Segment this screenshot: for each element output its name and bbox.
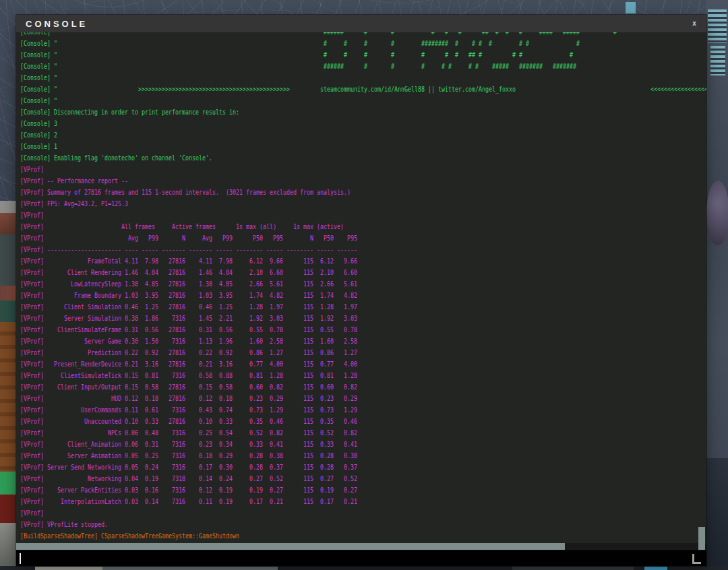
background-scene-bottom [0, 566, 728, 570]
background-scene-left [0, 0, 16, 570]
console-line: [Console] 3 [20, 118, 706, 129]
console-line: [VProf] Server Send Networking 0.05 0.24… [20, 462, 706, 473]
close-icon[interactable]: x [690, 19, 698, 28]
console-line: [VProf] Avg P99 N Avg P99 P50 P95 N P50 … [20, 232, 706, 244]
console-output[interactable]: [Console] " ###### # # # # # ## # # # ##… [16, 32, 706, 543]
console-input[interactable] [16, 550, 706, 566]
console-line: [VProf] HUD 0.12 0.18 27816 0.12 0.18 0.… [20, 393, 706, 404]
console-log: [Console] " ###### # # # # # ## # # # ##… [20, 32, 706, 542]
resize-grip[interactable] [692, 554, 701, 564]
console-line: [Console] " # # # # ######## # # # # # #… [20, 38, 706, 49]
console-line: [VProf] ---------------------- ---- ----… [20, 244, 706, 255]
console-line: [VProf] InterpolationLatch 0.03 0.14 731… [20, 496, 706, 507]
console-line: [VProf] Client_Animation 0.06 0.31 7316 … [20, 439, 706, 450]
background-sphere [706, 181, 728, 245]
background-cyan-chip [644, 567, 667, 570]
console-line: [VProf] FrameTotal 4.11 7.98 27816 4.11 … [20, 255, 706, 267]
console-line: [VProf] [20, 164, 706, 175]
background-scene-right [706, 0, 728, 570]
horizontal-scrollbar[interactable] [16, 543, 706, 550]
console-line: [Console] " ###### # # # # # ## # # # ##… [20, 32, 706, 38]
console-line: [VProf] [20, 210, 706, 221]
console-line: [VProf] Server PackEntities 0.03 0.16 73… [20, 484, 706, 496]
console-line: [VProf] -- Performance report -- [20, 175, 706, 187]
console-line: [Console] " # # # # # # # ## # # # # [20, 49, 706, 61]
screen: { "window": { "title": "CONSOLE", "close… [0, 0, 728, 570]
background-panel [708, 9, 727, 43]
console-line: [VProf] Prediction 0.22 0.92 27816 0.22 … [20, 347, 706, 358]
console-line: [VProf] Server Game 0.30 1.50 7316 1.13 … [20, 336, 706, 347]
console-line: [Console] " [20, 72, 706, 84]
console-line: [VProf] FPS: Avg=243.2, P1=125.3 [20, 198, 706, 210]
console-line: [Console] " [20, 95, 706, 106]
horizontal-scrollbar-thumb[interactable] [16, 543, 565, 550]
console-line: [VProf] NPCs 0.06 0.48 7316 0.25 0.54 0.… [20, 427, 706, 439]
console-line: [Console] Enabling flag 'donotecho' on c… [20, 152, 706, 164]
console-title: CONSOLE [26, 19, 88, 29]
console-line: [Console] Disconnecting in order to prin… [20, 106, 706, 118]
console-line: [VProf] LowLatencySleep 1.38 4.85 27816 … [20, 278, 706, 290]
console-line: [VProf] ClientSimulateTick 0.15 0.81 731… [20, 370, 706, 381]
console-line: [VProf] Client Rendering 1.46 4.04 27816… [20, 267, 706, 278]
console-line: [VProf] Client Simulation 0.46 1.25 2781… [20, 301, 706, 313]
console-line: [VProf] All frames Active frames 1s max … [20, 221, 706, 232]
console-line: [VProf] Frame Boundary 1.03 3.95 27816 1… [20, 290, 706, 301]
console-line: [VProf] Client Input/Output 0.15 0.58 27… [20, 381, 706, 393]
console-line: [VProf] Networking 0.04 0.19 7318 0.14 0… [20, 473, 706, 484]
console-line: [VProf] VProfLite stopped. [20, 519, 706, 530]
console-line: [VProf] Summary of 27816 frames and 115 … [20, 187, 706, 198]
console-line: [Console] 1 [20, 141, 706, 152]
console-line: [Console] " >>>>>>>>>>>>>>>>>>>>>>>>>>>>… [20, 84, 706, 95]
console-line: [BuildSparseShadowTree] CSparseShadowTre… [20, 530, 706, 542]
console-line: [VProf] UserCommands 0.11 0.61 7316 0.43… [20, 404, 706, 416]
text-cursor [20, 553, 21, 564]
console-line: [Console] " ###### # # # # # # # ##### #… [20, 61, 706, 72]
console-line: [Console] 2 [20, 129, 706, 141]
console-window: CONSOLE x [Console] " ###### # # # # # #… [16, 15, 706, 566]
console-line: [VProf] Present_RenderDevice 0.21 3.16 2… [20, 358, 706, 370]
background-chip [626, 2, 636, 13]
console-line: [VProf] Unaccounted 0.10 0.33 27816 0.10… [20, 416, 706, 427]
console-titlebar: CONSOLE x [16, 15, 706, 32]
background-panel [710, 46, 725, 75]
console-line: [VProf] Server Simulation 0.38 1.86 7316… [20, 313, 706, 324]
console-line: [VProf] ClientSimulateFrame 0.31 0.56 27… [20, 324, 706, 336]
console-line: [VProf] Server Animation 0.05 0.25 7316 … [20, 450, 706, 462]
console-line: [VProf] [20, 507, 706, 519]
